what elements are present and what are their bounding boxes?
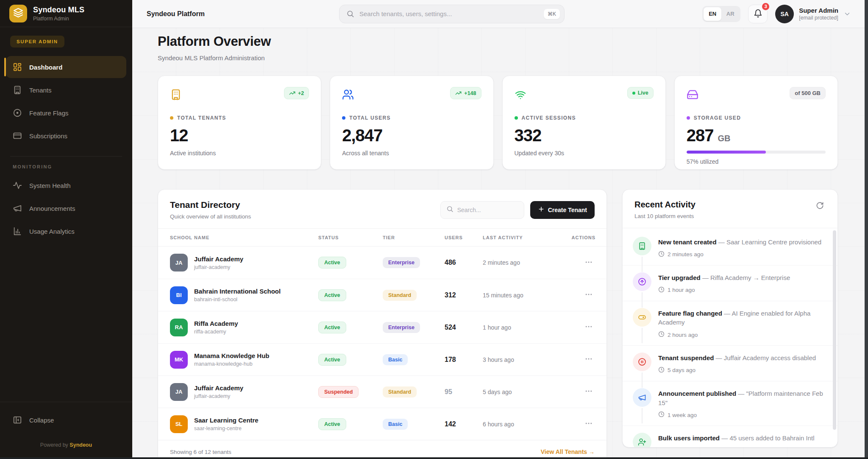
status-badge: Active bbox=[318, 354, 346, 366]
topbar-title: Syndeou Platform bbox=[147, 10, 205, 18]
stat-subtext: 57% utilized bbox=[687, 158, 826, 165]
megaphone-icon bbox=[13, 204, 22, 213]
lang-en-button[interactable]: EN bbox=[704, 7, 721, 21]
stat-card-total-tenants: +2 TOTAL TENANTS 12 Active institutions bbox=[158, 76, 321, 170]
stat-badge: Live bbox=[627, 87, 654, 99]
refresh-button[interactable] bbox=[814, 200, 826, 213]
sidebar-item-announcements[interactable]: Announcements bbox=[6, 197, 126, 219]
recent-activity-panel: Recent Activity Last 10 platform events … bbox=[622, 189, 838, 448]
recent-activity-title: Recent Activity bbox=[634, 200, 696, 210]
topbar: Syndeou Platform ⌘K EN AR 3 SA Super Adm… bbox=[132, 0, 868, 28]
sidebar-item-subscriptions[interactable]: Subscriptions bbox=[6, 125, 126, 147]
tenant-slug: saar-learning-centre bbox=[194, 425, 259, 431]
row-actions-button[interactable] bbox=[582, 417, 595, 431]
tenant-avatar: MK bbox=[170, 351, 188, 369]
activity-item: Bulk users imported — 45 users added to … bbox=[623, 425, 837, 448]
create-tenant-button[interactable]: Create Tenant bbox=[530, 201, 595, 219]
view-all-tenants-link[interactable]: View All Tenants → bbox=[541, 448, 595, 455]
stats-row: +2 TOTAL TENANTS 12 Active institutions … bbox=[158, 76, 838, 170]
stat-badge: +2 bbox=[284, 87, 309, 99]
window-scrollbar[interactable] bbox=[865, 0, 868, 459]
collapse-sidebar-button[interactable]: Collapse bbox=[6, 409, 126, 431]
trending-up-icon bbox=[455, 90, 462, 96]
main-nav: Dashboard Tenants Feature Flags Subscrip… bbox=[0, 55, 132, 148]
tenant-row[interactable]: SL Saar Learning Centre saar-learning-ce… bbox=[158, 408, 606, 440]
search-shortcut: ⌘K bbox=[544, 9, 560, 19]
stat-label: ACTIVE SESSIONS bbox=[522, 115, 576, 121]
tenant-users-count: 142 bbox=[445, 420, 483, 428]
stat-unit: GB bbox=[718, 134, 731, 143]
tenant-users-count: 486 bbox=[445, 259, 483, 266]
tenant-users-count: 95 bbox=[445, 388, 483, 396]
activity-time: 1 hour ago bbox=[668, 287, 695, 293]
stat-card-active-sessions: Live ACTIVE SESSIONS 332 Updated every 3… bbox=[502, 76, 666, 170]
sidebar-item-dashboard[interactable]: Dashboard bbox=[6, 56, 126, 78]
row-actions-button[interactable] bbox=[582, 320, 595, 335]
app-logo bbox=[9, 5, 27, 22]
users-icon bbox=[342, 89, 354, 101]
stat-value: 2,847 bbox=[342, 126, 382, 145]
tenant-directory-title: Tenant Directory bbox=[170, 200, 251, 210]
user-menu[interactable]: SA Super Admin [email protected] bbox=[775, 5, 851, 23]
row-actions-button[interactable] bbox=[582, 288, 595, 302]
clock-icon bbox=[658, 331, 665, 339]
sidebar-item-system-health[interactable]: System Health bbox=[6, 174, 126, 196]
sidebar-item-feature-flags[interactable]: Feature Flags bbox=[6, 102, 126, 124]
window-bottom-edge bbox=[0, 457, 868, 459]
tenant-name: Saar Learning Centre bbox=[194, 417, 259, 424]
lang-ar-button[interactable]: AR bbox=[721, 7, 739, 21]
activity-scrollbar-thumb[interactable] bbox=[833, 230, 836, 430]
status-badge: Active bbox=[318, 289, 346, 301]
stat-value: 332 bbox=[515, 126, 542, 145]
tenant-row[interactable]: JA Juffair Academy juffair-academy Suspe… bbox=[158, 375, 606, 408]
collapse-label: Collapse bbox=[29, 417, 54, 424]
row-actions-button[interactable] bbox=[582, 352, 595, 367]
tenant-row[interactable]: JA Juffair Academy juffair-academy Activ… bbox=[158, 246, 606, 279]
powered-brand: Syndeou bbox=[70, 442, 92, 448]
activity-time: 2 hours ago bbox=[668, 332, 698, 338]
row-actions-button[interactable] bbox=[582, 255, 595, 270]
activity-item: Feature flag changed — AI Engine enabled… bbox=[623, 301, 837, 346]
global-search[interactable]: ⌘K bbox=[339, 5, 565, 23]
clock-icon bbox=[658, 447, 665, 448]
credit-card-icon bbox=[13, 131, 22, 140]
status-badge: Active bbox=[318, 418, 346, 430]
tenant-users-count: 178 bbox=[445, 356, 483, 364]
sidebar-item-usage-analytics[interactable]: Usage Analytics bbox=[6, 220, 126, 242]
tenant-search[interactable] bbox=[440, 201, 524, 219]
tenant-directory-panel: Tenant Directory Quick overview of all i… bbox=[158, 189, 607, 459]
stat-subtext: Active institutions bbox=[170, 150, 309, 157]
tenant-search-input[interactable] bbox=[457, 207, 518, 213]
tenant-name: Juffair Academy bbox=[194, 384, 243, 392]
monitoring-section-label: MONITORING bbox=[13, 164, 132, 169]
tenant-row[interactable]: MK Manama Knowledge Hub manama-knowledge… bbox=[158, 343, 606, 375]
stat-dot bbox=[170, 116, 173, 120]
tenant-row[interactable]: BI Bahrain International School bahrain-… bbox=[158, 279, 606, 311]
tenant-row[interactable]: RA Riffa Academy riffa-academy Active En… bbox=[158, 311, 606, 343]
chevron-down-icon bbox=[843, 10, 851, 18]
stat-badge: +148 bbox=[450, 87, 481, 99]
storage-progress bbox=[687, 151, 826, 154]
sidebar-item-tenants[interactable]: Tenants bbox=[6, 79, 126, 101]
global-search-input[interactable] bbox=[359, 10, 539, 17]
activity-title: Tenant suspended bbox=[658, 354, 714, 361]
col-users: USERS bbox=[445, 235, 483, 240]
notifications-button[interactable]: 3 bbox=[748, 5, 768, 23]
stat-label: TOTAL TENANTS bbox=[177, 115, 226, 121]
activity-description: — Saar Learning Centre provisioned bbox=[718, 238, 821, 246]
stat-card-total-users: +148 TOTAL USERS 2,847 Across all tenant… bbox=[330, 76, 493, 170]
row-actions-button[interactable] bbox=[582, 384, 595, 399]
activity-description: — Riffa Academy → Enterprise bbox=[702, 274, 790, 281]
col-school-name: SCHOOL NAME bbox=[170, 235, 318, 240]
search-icon bbox=[446, 205, 453, 214]
activity-title: Bulk users imported bbox=[658, 434, 720, 442]
tenant-avatar: JA bbox=[170, 383, 188, 401]
tier-badge: Standard bbox=[383, 290, 417, 301]
tenant-slug: bahrain-intl-school bbox=[194, 297, 281, 302]
table-header-row: SCHOOL NAME STATUS TIER USERS LAST ACTIV… bbox=[158, 229, 606, 246]
activity-time: 2 minutes ago bbox=[668, 251, 704, 257]
stat-value: 12 bbox=[170, 126, 188, 145]
activity-title: New tenant created bbox=[658, 238, 717, 246]
notification-count-badge: 3 bbox=[761, 2, 770, 11]
layers-icon bbox=[13, 8, 23, 20]
